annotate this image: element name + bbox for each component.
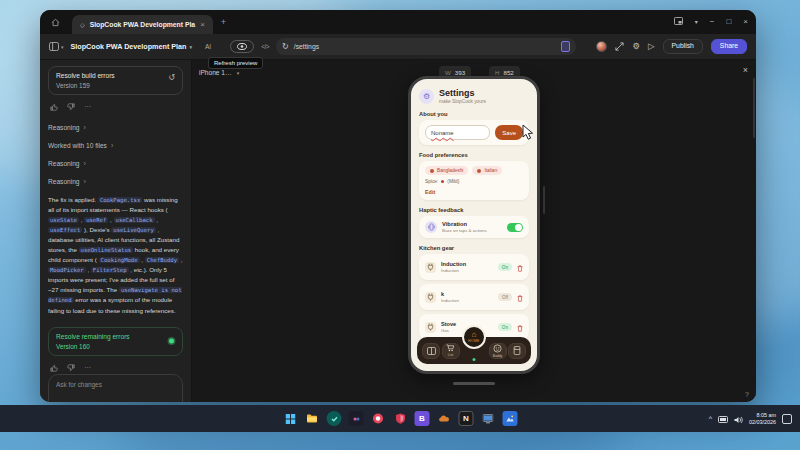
cuisine-icon [477,169,481,173]
reasoning-toggle[interactable]: Reasoning › [48,124,183,131]
preview-mode-button[interactable] [230,40,254,53]
sidebar-toggle-icon[interactable]: ▾ [49,42,64,51]
share-button[interactable]: Share [711,39,747,54]
feedback-row: ⋯ [50,103,181,111]
vibration-toggle[interactable] [507,223,523,232]
tab-logo-icon: ◇ [80,21,85,28]
assistant-message: The fix is applied. CookPage.tsx was mis… [48,195,183,316]
notepad-app-icon[interactable]: N [459,411,474,426]
more-options-icon[interactable]: ⋯ [84,364,91,372]
mobile-view-icon[interactable] [561,41,570,52]
active-dot [473,358,476,361]
status-badge[interactable]: On [498,323,512,331]
eye-icon [237,43,247,50]
chat-input[interactable] [56,381,175,402]
close-button[interactable]: × [743,18,748,26]
maximize-button[interactable]: □ [726,18,731,26]
worked-files-toggle[interactable]: Worked with 10 files › [48,142,183,149]
volume-icon[interactable] [734,410,743,428]
version-card-title: Resolve remaining errors [56,333,175,340]
tab-close-icon[interactable]: × [200,20,205,29]
food-section-label: Food preferences [419,152,529,158]
save-button[interactable]: Save [495,125,523,140]
appliance-icon [425,292,436,303]
version-card-160[interactable]: Resolve remaining errors Version 160 [48,327,183,356]
photos-app-icon[interactable] [503,411,518,426]
notification-icon[interactable] [782,414,792,424]
trash-icon[interactable] [517,288,523,306]
display-app-icon[interactable] [481,411,496,426]
more-options-icon[interactable]: ⋯ [84,103,91,111]
version-card-159[interactable]: Resolve build errors Version 159 ↺ [48,66,183,95]
vibration-title: Vibration [442,221,487,227]
edit-link[interactable]: Edit [425,189,523,195]
home-icon[interactable] [48,15,62,29]
game-app-icon[interactable] [371,411,386,426]
vibration-icon [425,221,437,233]
cart-icon [446,344,455,352]
status-badge[interactable]: Off [498,293,512,301]
nav-list[interactable]: List [442,343,460,359]
refresh-icon[interactable]: ↻ [282,43,289,51]
home-icon: ⌂ [472,331,477,339]
phone-link-icon[interactable] [349,411,364,426]
trash-icon[interactable] [517,318,523,336]
thumbs-down-icon[interactable] [67,103,75,111]
sidebar-caret-icon: ▾ [61,44,64,50]
preview-scrollbar[interactable] [753,78,755,138]
settings-subtitle: make SlopCook yours [439,99,486,104]
vibration-subtitle: Buzz on taps & actions [442,228,487,233]
restore-version-icon[interactable]: ↺ [168,73,175,82]
tab-title: SlopCook PWA Development Pla [90,21,196,28]
haptic-section-label: Haptic feedback [419,207,529,213]
publish-button[interactable]: Publish [663,39,703,54]
pip-icon[interactable] [674,17,683,27]
preview-panel: Refresh preview iPhone 1… ▾ W 393 H 852 … [192,60,756,402]
name-input[interactable]: Noname [425,125,490,140]
close-preview-icon[interactable]: × [743,65,748,75]
status-badge[interactable]: On [498,263,512,271]
nav-home[interactable]: ⌂ HOME [461,337,487,364]
cloud-app-icon[interactable] [437,411,452,426]
nav-recipes[interactable] [422,343,440,359]
project-title[interactable]: SlopCook PWA Development Plan ▾ [71,42,192,51]
phone-scrollbar[interactable] [543,186,545,214]
device-selector[interactable]: iPhone 1… ▾ [199,69,239,76]
run-icon[interactable]: ▷ [648,42,655,51]
menu-chevron-icon[interactable]: ▾ [695,19,698,25]
thumbs-up-icon[interactable] [50,364,58,372]
chat-sidebar: Resolve build errors Version 159 ↺ ⋯ Rea… [40,60,192,402]
trash-icon[interactable] [517,258,523,276]
appliance-icon [425,322,436,333]
layout-arrows-icon[interactable] [615,42,624,51]
security-app-icon[interactable] [393,411,408,426]
cuisine-pill: Italian [472,166,502,175]
settings-gear-icon[interactable]: ⚙ [632,42,640,51]
refresh-tooltip: Refresh preview [208,57,263,69]
gear-row: Induction Induction On [419,254,529,280]
url-bar[interactable]: ↻ /settings [276,38,576,55]
minimize-button[interactable]: − [710,18,715,26]
feedback-row: ⋯ [50,364,181,372]
avatar[interactable] [596,41,607,52]
chevron-right-icon: › [84,160,86,167]
nav-fridge[interactable] [508,343,526,359]
chili-icon [441,180,444,183]
network-icon[interactable] [718,410,728,428]
thumbs-up-icon[interactable] [50,103,58,111]
file-explorer-icon[interactable] [305,411,320,426]
nav-buddy[interactable]: Buddy [489,343,507,359]
tab-slopcook[interactable]: ◇ SlopCook PWA Development Pla × [72,15,213,34]
thumbs-down-icon[interactable] [67,364,75,372]
help-icon[interactable]: ? [745,391,749,398]
reasoning-toggle[interactable]: Reasoning › [48,160,183,167]
chevron-right-icon: › [111,142,113,149]
start-button[interactable] [283,411,298,426]
tray-chevron-icon[interactable]: ^ [709,415,712,422]
taskbar-clock[interactable]: 8:05 am 02/03/2026 [749,412,776,426]
reasoning-toggle[interactable]: Reasoning › [48,178,183,185]
bolt-app-icon[interactable]: B [415,411,430,426]
code-view-button[interactable]: </> [261,43,269,50]
todo-app-icon[interactable] [327,411,342,426]
new-tab-button[interactable]: + [221,17,226,27]
